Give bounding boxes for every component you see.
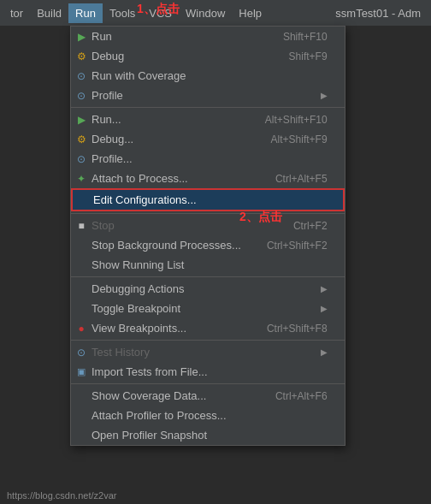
- menu-item-attach-shortcut: Ctrl+Alt+F5: [275, 173, 328, 185]
- run-dots-icon: ▶: [74, 113, 88, 127]
- menu-item-run-coverage[interactable]: ⊙ Run with Coverage: [71, 66, 345, 86]
- menu-item-edit-config[interactable]: Edit Configurations...: [71, 188, 345, 211]
- menubar-item-build[interactable]: Build: [30, 3, 68, 23]
- menu-item-view-bp-shortcut: Ctrl+Shift+F8: [267, 323, 328, 335]
- menu-item-debug-actions[interactable]: Debugging Actions ▶: [71, 279, 345, 299]
- menu-item-stop-bg[interactable]: Stop Background Processes... Ctrl+Shift+…: [71, 235, 345, 255]
- breakpoint-icon: ●: [74, 322, 88, 335]
- separator-2: [71, 213, 345, 214]
- separator-3: [71, 276, 345, 277]
- menu-item-debug-dots[interactable]: ⚙ Debug... Alt+Shift+F9: [71, 129, 345, 149]
- menu-item-show-running-label: Show Running List: [92, 258, 328, 271]
- menubar-item-help[interactable]: Help: [232, 3, 269, 23]
- profile-dots-icon: ⊙: [74, 152, 88, 166]
- menu-item-view-bp[interactable]: ● View Breakpoints... Ctrl+Shift+F8: [71, 318, 345, 338]
- menu-item-open-snapshot[interactable]: Open Profiler Snapshot: [71, 425, 345, 445]
- menu-item-show-coverage[interactable]: Show Coverage Data... Ctrl+Alt+F6: [71, 386, 345, 406]
- profile-submenu-arrow: ▶: [321, 91, 328, 100]
- menu-item-run-shortcut: Shift+F10: [283, 31, 328, 43]
- profile-icon: ⊙: [74, 89, 88, 103]
- debug-dots-icon: ⚙: [74, 133, 88, 146]
- menu-item-show-coverage-label: Show Coverage Data...: [92, 389, 250, 402]
- debug-icon: ⚙: [74, 50, 88, 63]
- menu-item-stop-bg-label: Stop Background Processes...: [92, 239, 241, 252]
- menu-item-run-dots-shortcut: Alt+Shift+F10: [265, 114, 328, 126]
- menu-item-profile-dots-label: Profile...: [92, 152, 328, 165]
- run-icon: ▶: [74, 30, 88, 44]
- debug-actions-arrow: ▶: [321, 284, 328, 294]
- stop-icon: ■: [74, 219, 88, 233]
- menu-item-profile[interactable]: ⊙ Profile ▶: [71, 86, 345, 105]
- menu-item-profile-label: Profile: [92, 89, 312, 102]
- menubar-item-window[interactable]: Window: [179, 3, 232, 23]
- menu-item-debug-label: Debug: [92, 50, 263, 62]
- watermark: https://blog.csdn.net/z2var: [0, 487, 431, 504]
- menu-item-toggle-bp[interactable]: Toggle Breakpoint ▶: [71, 299, 345, 318]
- menu-item-show-coverage-shortcut: Ctrl+Alt+F6: [275, 390, 328, 402]
- run-dropdown-menu: ▶ Run Shift+F10 ⚙ Debug Shift+F9 ⊙ Run w…: [70, 26, 345, 446]
- menu-item-test-history-label: Test History: [92, 346, 312, 359]
- menu-item-attach-profiler-label: Attach Profiler to Process...: [92, 409, 328, 422]
- separator-4: [71, 340, 345, 341]
- watermark-url: https://blog.csdn.net/z2var: [7, 490, 116, 501]
- menu-item-stop-shortcut: Ctrl+F2: [293, 220, 328, 232]
- menu-item-attach-process[interactable]: ✦ Attach to Process... Ctrl+Alt+F5: [71, 169, 345, 188]
- menu-item-show-running[interactable]: Show Running List: [71, 255, 345, 275]
- menu-item-attach-profiler[interactable]: Attach Profiler to Process...: [71, 406, 345, 425]
- menubar: tor Build Run Tools VCS Window Help ssmT…: [0, 0, 431, 26]
- menu-item-run-dots-label: Run...: [92, 113, 239, 126]
- menu-item-debug-dots-shortcut: Alt+Shift+F9: [271, 133, 328, 145]
- menu-item-debug-actions-label: Debugging Actions: [92, 282, 312, 295]
- menu-item-debug-dots-label: Debug...: [92, 133, 245, 145]
- menu-item-import-tests-label: Import Tests from File...: [92, 365, 328, 378]
- attach-icon: ✦: [74, 172, 88, 186]
- toggle-bp-arrow: ▶: [321, 304, 328, 313]
- test-history-arrow: ▶: [321, 347, 328, 357]
- coverage-icon: ⊙: [74, 69, 88, 83]
- menu-item-run-coverage-label: Run with Coverage: [92, 69, 328, 82]
- menu-item-view-bp-label: View Breakpoints...: [92, 322, 241, 335]
- menu-item-run-label: Run: [92, 30, 257, 43]
- menu-item-test-history[interactable]: ⊙ Test History ▶: [71, 342, 345, 362]
- menu-item-debug[interactable]: ⚙ Debug Shift+F9: [71, 46, 345, 66]
- menu-item-run-dots[interactable]: ▶ Run... Alt+Shift+F10: [71, 110, 345, 129]
- test-icon: ⊙: [74, 346, 88, 359]
- menubar-item-tor[interactable]: tor: [3, 3, 30, 23]
- menu-item-stop-label: Stop: [92, 219, 268, 232]
- menu-item-stop[interactable]: ■ Stop Ctrl+F2: [71, 216, 345, 235]
- menu-item-edit-config-label: Edit Configurations...: [93, 193, 326, 206]
- menubar-item-run[interactable]: Run: [68, 3, 103, 23]
- menu-item-import-tests[interactable]: ▣ Import Tests from File...: [71, 362, 345, 382]
- separator-5: [71, 383, 345, 384]
- separator-1: [71, 107, 345, 108]
- menubar-right-label: ssmTest01 - Adm: [328, 7, 428, 20]
- menu-item-toggle-bp-label: Toggle Breakpoint: [92, 302, 312, 315]
- menu-item-attach-process-label: Attach to Process...: [92, 172, 250, 185]
- import-tests-icon: ▣: [74, 365, 88, 379]
- menu-item-stop-bg-shortcut: Ctrl+Shift+F2: [267, 240, 328, 252]
- menu-item-open-snapshot-label: Open Profiler Snapshot: [92, 429, 328, 442]
- menu-item-run[interactable]: ▶ Run Shift+F10: [71, 27, 345, 46]
- menu-item-profile-dots[interactable]: ⊙ Profile...: [71, 149, 345, 169]
- menubar-item-tools[interactable]: Tools: [103, 3, 142, 23]
- menubar-item-vcs[interactable]: VCS: [142, 3, 179, 23]
- menu-item-debug-shortcut: Shift+F9: [289, 50, 328, 62]
